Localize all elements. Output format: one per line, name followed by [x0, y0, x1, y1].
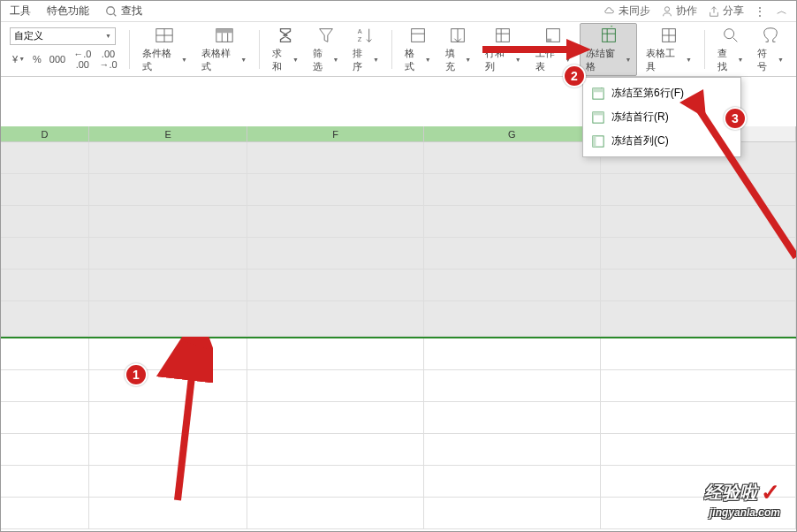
- svg-text:Z: Z: [358, 35, 362, 43]
- menu-freeze-row6[interactable]: * 冻结至第6行(F): [583, 81, 740, 105]
- svg-rect-12: [411, 28, 424, 42]
- search-icon: [105, 5, 118, 18]
- table-tools-button[interactable]: 表格工具▼: [641, 24, 696, 75]
- magnifier-icon: [720, 26, 741, 45]
- decimal-increase-button[interactable]: ←.0.00: [71, 47, 94, 72]
- sum-button[interactable]: 求和▼: [267, 24, 304, 75]
- grid-icon: [154, 26, 175, 45]
- worksheet-icon: [543, 26, 564, 45]
- freeze-firstcol-icon: [592, 135, 604, 148]
- fill-icon: [447, 26, 468, 45]
- svg-text:A: A: [358, 27, 362, 35]
- svg-line-1: [114, 13, 117, 16]
- sort-icon: AZ: [355, 26, 376, 45]
- chevron-up-icon[interactable]: ︿: [777, 4, 787, 19]
- svg-rect-35: [593, 135, 596, 146]
- watermark: 经验啦✓ jingyanla.com: [704, 479, 780, 519]
- col-header-e[interactable]: E: [89, 126, 248, 141]
- svg-rect-7: [216, 28, 232, 33]
- table-tools-icon: [658, 26, 679, 45]
- freeze-row-icon: *: [592, 87, 604, 100]
- find-button[interactable]: 查找▼: [712, 24, 749, 75]
- col-header-f[interactable]: F: [247, 126, 424, 141]
- more-icon[interactable]: ⋮: [755, 5, 766, 18]
- table-style-icon: [214, 26, 235, 45]
- freeze-icon: *: [598, 26, 619, 45]
- freeze-firstrow-icon: [592, 111, 604, 124]
- svg-point-2: [664, 6, 669, 11]
- comma-button[interactable]: 000: [47, 52, 68, 66]
- col-header-d[interactable]: D: [1, 126, 89, 141]
- sync-status[interactable]: 未同步: [603, 4, 650, 19]
- svg-text:*: *: [601, 87, 603, 91]
- currency-button[interactable]: ¥▼: [10, 52, 27, 66]
- omega-icon: [760, 26, 781, 45]
- ribbon-toolbar: 自定义 ▼ ¥▼ % 000 ←.0.00 .00→.0 条件格式▼ 表格样式▼…: [1, 22, 796, 77]
- conditional-format-button[interactable]: 条件格式▼: [137, 24, 193, 75]
- menu-freeze-first-row[interactable]: 冻结首行(R): [583, 105, 740, 129]
- collab-button[interactable]: 协作: [661, 4, 697, 19]
- menu-features[interactable]: 特色功能: [47, 4, 89, 19]
- svg-rect-19: [547, 38, 552, 42]
- share-icon: [708, 5, 720, 18]
- svg-line-28: [732, 37, 737, 42]
- person-icon: [661, 5, 673, 18]
- decimal-decrease-button[interactable]: .00→.0: [96, 47, 119, 72]
- format-button[interactable]: 格式▼: [399, 24, 436, 75]
- svg-rect-33: [593, 111, 603, 115]
- table-style-button[interactable]: 表格样式▼: [196, 24, 252, 75]
- funnel-icon: [315, 26, 337, 45]
- fill-button[interactable]: 填充▼: [440, 24, 477, 75]
- share-button[interactable]: 分享: [708, 4, 744, 19]
- menu-freeze-first-col[interactable]: 冻结首列(C): [583, 129, 740, 153]
- freeze-dropdown-menu: * 冻结至第6行(F) 冻结首行(R) 冻结首列(C): [582, 77, 741, 157]
- annotation-2: 2: [563, 65, 586, 87]
- svg-point-0: [107, 6, 115, 14]
- menu-tools[interactable]: 工具: [10, 4, 31, 19]
- row-col-button[interactable]: 行和列▼: [480, 24, 526, 75]
- sigma-icon: [275, 26, 296, 45]
- annotation-3: 3: [724, 107, 747, 130]
- svg-point-27: [724, 28, 733, 38]
- svg-rect-20: [602, 28, 615, 42]
- format-icon: [407, 26, 429, 45]
- svg-rect-15: [497, 28, 510, 42]
- col-header-g[interactable]: G: [424, 126, 601, 141]
- top-menu-bar: 工具 特色功能 查找 未同步 协作 分享 ⋮ ︿: [1, 1, 796, 22]
- row-col-icon: [492, 26, 513, 45]
- svg-text:*: *: [611, 26, 613, 31]
- spreadsheet: D E F G H: [1, 126, 796, 529]
- sort-button[interactable]: AZ 排序▼: [347, 24, 384, 75]
- check-icon: ✓: [761, 479, 780, 506]
- filter-button[interactable]: 筛选▼: [307, 24, 345, 75]
- number-format-dropdown[interactable]: 自定义 ▼: [10, 27, 116, 45]
- cloud-icon: [603, 5, 616, 18]
- chevron-down-icon: ▼: [105, 33, 111, 39]
- freeze-panes-button[interactable]: * 冻结窗格▼: [580, 23, 637, 76]
- search-button[interactable]: 查找: [105, 4, 142, 19]
- annotation-1: 1: [125, 363, 148, 386]
- symbol-button[interactable]: 符号▼: [752, 24, 789, 75]
- percent-button[interactable]: %: [30, 52, 44, 66]
